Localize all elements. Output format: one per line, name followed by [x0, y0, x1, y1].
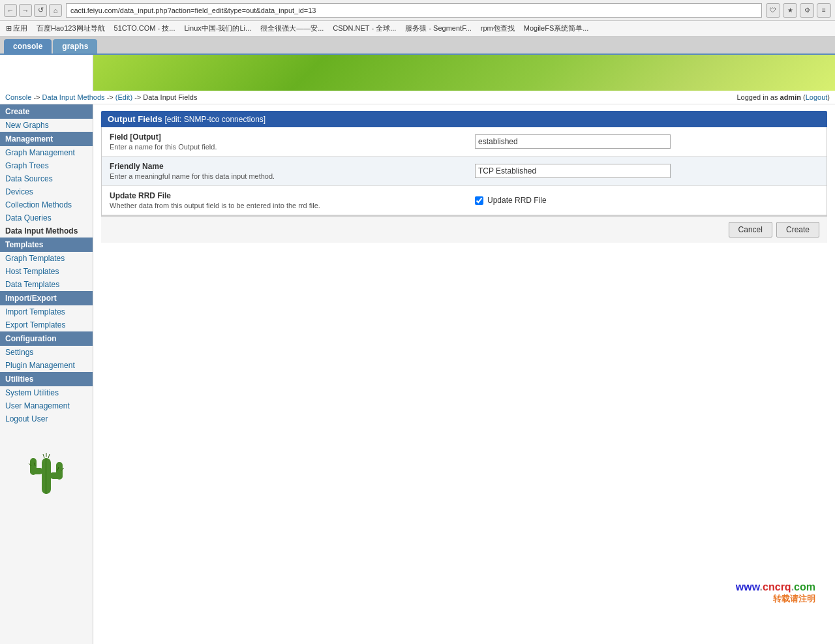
update-rrd-desc: Whether data from this output field is t…	[110, 202, 475, 209]
apps-icon: ⊞	[6, 24, 12, 33]
sidebar-header-management: Management	[0, 132, 93, 146]
update-rrd-field-col: Update RRD File	[475, 196, 819, 205]
browser-toolbar: ← → ↺ ⌂ 🛡 ★ ⚙ ≡	[0, 0, 835, 21]
field-output-label: Field [Output]	[110, 132, 475, 142]
update-rrd-checkbox-row: Update RRD File	[475, 196, 819, 205]
tab-graphs[interactable]: graphs	[53, 39, 97, 54]
bookmark-3[interactable]: 很全很强大——安...	[257, 22, 327, 35]
field-output-label-col: Field [Output] Enter a name for this Out…	[110, 132, 475, 151]
sidebar-item-settings[interactable]: Settings	[0, 346, 93, 359]
bookmark-1[interactable]: 51CTO.COM - 技...	[111, 22, 179, 35]
home-button[interactable]: ⌂	[49, 4, 62, 17]
create-button[interactable]: Create	[776, 222, 819, 238]
button-row: Cancel Create	[101, 216, 827, 243]
sidebar: Create New Graphs Management Graph Manag…	[0, 104, 93, 644]
bookmark-5[interactable]: 服务猿 - SegmentF...	[402, 22, 474, 35]
sidebar-item-data-templates[interactable]: Data Templates	[0, 278, 93, 291]
sidebar-header-utilities: Utilities	[0, 372, 93, 386]
field-output-input[interactable]	[475, 134, 671, 149]
sidebar-item-system-utilities[interactable]: System Utilities	[0, 386, 93, 399]
friendly-name-input[interactable]	[475, 164, 671, 178]
update-rrd-label: Update RRD File	[110, 191, 475, 200]
panel-header: Output Fields [edit: SNMP-tco connection…	[101, 111, 827, 127]
form-row-friendly-name: Friendly Name Enter a meaningful name fo…	[102, 157, 827, 186]
sidebar-item-import-templates[interactable]: Import Templates	[0, 305, 93, 318]
breadcrumb-edit[interactable]: (Edit)	[115, 93, 132, 101]
bookmark-7[interactable]: MogileFS系统简单...	[521, 22, 592, 35]
svg-line-10	[43, 454, 44, 458]
friendly-name-label-col: Friendly Name Enter a meaningful name fo…	[110, 162, 475, 180]
update-rrd-checkbox-label[interactable]: Update RRD File	[487, 196, 547, 205]
bookmark-6[interactable]: rpm包查找	[478, 22, 518, 35]
reload-button[interactable]: ↺	[34, 4, 47, 17]
main-layout: Create New Graphs Management Graph Manag…	[0, 104, 835, 644]
sidebar-header-configuration: Configuration	[0, 331, 93, 346]
sidebar-item-data-input-methods[interactable]: Data Input Methods	[0, 224, 93, 238]
field-output-desc: Enter a name for this Output field.	[110, 143, 475, 151]
panel-subtitle: [edit: SNMP-tco connections]	[164, 115, 266, 124]
sidebar-header-importexport: Import/Export	[0, 291, 93, 305]
friendly-name-field-col	[475, 164, 819, 178]
sidebar-item-data-queries[interactable]: Data Queries	[0, 211, 93, 224]
sidebar-item-export-templates[interactable]: Export Templates	[0, 318, 93, 331]
sidebar-header-templates: Templates	[0, 238, 93, 252]
svg-rect-4	[56, 462, 63, 480]
svg-rect-2	[30, 458, 37, 475]
forward-button[interactable]: →	[19, 4, 32, 17]
sidebar-item-host-templates[interactable]: Host Templates	[0, 265, 93, 278]
svg-line-12	[48, 454, 50, 458]
update-rrd-checkbox[interactable]	[475, 196, 483, 205]
panel-body: Field [Output] Enter a name for this Out…	[101, 127, 827, 216]
star-icon[interactable]: ★	[783, 3, 797, 18]
bookmark-0[interactable]: 百度Hao123网址导航	[33, 22, 108, 35]
breadcrumb-console[interactable]: Console	[5, 93, 31, 101]
cactus-logo	[0, 438, 93, 497]
sidebar-item-new-graphs[interactable]: New Graphs	[0, 119, 93, 132]
menu-icon[interactable]: ≡	[817, 3, 831, 18]
sidebar-item-user-management[interactable]: User Management	[0, 399, 93, 412]
sidebar-item-logout-user[interactable]: Logout User	[0, 412, 93, 425]
breadcrumb-data-input-methods[interactable]: Data Input Methods	[42, 93, 105, 101]
bookmark-apps[interactable]: ⊞ 应用	[3, 22, 31, 35]
update-rrd-label-col: Update RRD File Whether data from this o…	[110, 191, 475, 209]
sidebar-item-data-sources[interactable]: Data Sources	[0, 172, 93, 185]
address-bar[interactable]	[66, 3, 762, 18]
sidebar-item-devices[interactable]: Devices	[0, 185, 93, 198]
sidebar-item-graph-trees[interactable]: Graph Trees	[0, 159, 93, 172]
field-output-field-col	[475, 134, 819, 149]
form-row-field-output: Field [Output] Enter a name for this Out…	[102, 127, 827, 157]
browser-icons: 🛡 ★ ⚙ ≡	[766, 3, 831, 18]
sidebar-item-graph-templates[interactable]: Graph Templates	[0, 252, 93, 265]
cancel-button[interactable]: Cancel	[729, 222, 772, 238]
tab-console[interactable]: console	[4, 39, 52, 54]
sidebar-item-graph-management[interactable]: Graph Management	[0, 146, 93, 159]
back-button[interactable]: ←	[4, 4, 17, 17]
bookmark-2[interactable]: Linux中国-我们的Li...	[181, 22, 254, 35]
logout-link[interactable]: Logout	[806, 93, 828, 101]
nav-buttons: ← → ↺ ⌂	[4, 4, 62, 17]
auth-info: Logged in as admin (Logout)	[736, 93, 830, 101]
friendly-name-desc: Enter a meaningful name for this data in…	[110, 172, 475, 180]
form-row-update-rrd: Update RRD File Whether data from this o…	[102, 186, 827, 215]
shield-icon: 🛡	[766, 3, 780, 18]
breadcrumb-bar: Console -> Data Input Methods -> (Edit) …	[0, 91, 835, 104]
breadcrumb: Console -> Data Input Methods -> (Edit) …	[5, 93, 197, 101]
settings-icon[interactable]: ⚙	[800, 3, 814, 18]
sidebar-item-plugin-management[interactable]: Plugin Management	[0, 359, 93, 372]
bookmark-4[interactable]: CSDN.NET - 全球...	[329, 22, 399, 35]
sidebar-item-collection-methods[interactable]: Collection Methods	[0, 198, 93, 211]
sidebar-header-create: Create	[0, 104, 93, 119]
breadcrumb-current: Data Input Fields	[143, 93, 197, 101]
content-area: Output Fields [edit: SNMP-tco connection…	[93, 104, 835, 644]
bookmarks-bar: ⊞ 应用 百度Hao123网址导航 51CTO.COM - 技... Linux…	[0, 21, 835, 37]
tab-bar: console graphs	[0, 37, 835, 55]
auth-username: admin	[780, 93, 801, 101]
svg-rect-5	[45, 458, 47, 494]
friendly-name-label: Friendly Name	[110, 162, 475, 171]
